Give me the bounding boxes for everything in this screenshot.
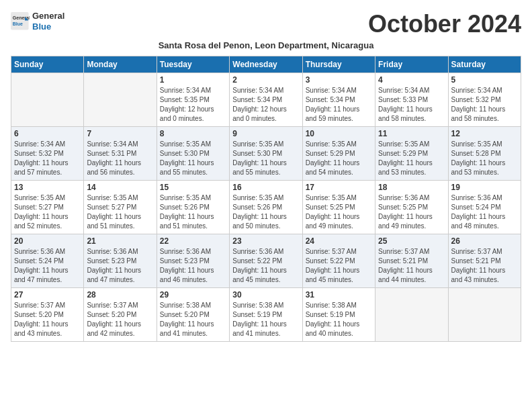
calendar-cell: [448, 287, 521, 341]
calendar-cell: 13Sunrise: 5:35 AM Sunset: 5:27 PM Dayli…: [11, 180, 84, 234]
logo-general: General: [32, 11, 64, 21]
day-number: 19: [451, 183, 518, 192]
header-cell-sunday: Sunday: [11, 56, 84, 73]
day-number: 27: [14, 290, 81, 300]
calendar-cell: [84, 73, 157, 126]
day-info: Sunrise: 5:35 AM Sunset: 5:26 PM Dayligh…: [160, 193, 226, 231]
week-row-1: 1Sunrise: 5:34 AM Sunset: 5:35 PM Daylig…: [11, 73, 521, 126]
calendar-cell: 29Sunrise: 5:38 AM Sunset: 5:20 PM Dayli…: [157, 287, 229, 341]
day-info: Sunrise: 5:36 AM Sunset: 5:23 PM Dayligh…: [160, 247, 226, 285]
day-info: Sunrise: 5:38 AM Sunset: 5:20 PM Dayligh…: [160, 301, 226, 338]
header-cell-monday: Monday: [84, 56, 157, 73]
day-number: 30: [232, 290, 299, 300]
header-cell-thursday: Thursday: [302, 56, 375, 73]
day-number: 5: [451, 75, 518, 85]
header-cell-friday: Friday: [375, 56, 448, 73]
day-number: 6: [14, 129, 81, 138]
day-info: Sunrise: 5:37 AM Sunset: 5:21 PM Dayligh…: [451, 247, 518, 285]
day-info: Sunrise: 5:36 AM Sunset: 5:24 PM Dayligh…: [14, 247, 81, 285]
calendar-cell: 23Sunrise: 5:36 AM Sunset: 5:22 PM Dayli…: [230, 234, 302, 287]
day-info: Sunrise: 5:34 AM Sunset: 5:34 PM Dayligh…: [306, 86, 372, 124]
day-info: Sunrise: 5:34 AM Sunset: 5:32 PM Dayligh…: [451, 86, 518, 124]
day-number: 17: [306, 183, 372, 192]
day-info: Sunrise: 5:34 AM Sunset: 5:31 PM Dayligh…: [87, 140, 153, 177]
calendar-cell: 30Sunrise: 5:38 AM Sunset: 5:19 PM Dayli…: [230, 287, 302, 341]
day-number: 20: [14, 236, 81, 246]
calendar-cell: 26Sunrise: 5:37 AM Sunset: 5:21 PM Dayli…: [448, 234, 521, 287]
day-info: Sunrise: 5:34 AM Sunset: 5:34 PM Dayligh…: [232, 86, 299, 124]
day-info: Sunrise: 5:37 AM Sunset: 5:22 PM Dayligh…: [306, 247, 372, 285]
day-info: Sunrise: 5:35 AM Sunset: 5:27 PM Dayligh…: [87, 193, 153, 231]
header-cell-tuesday: Tuesday: [157, 56, 229, 73]
day-number: 23: [232, 236, 299, 246]
calendar-cell: 7Sunrise: 5:34 AM Sunset: 5:31 PM Daylig…: [84, 126, 157, 180]
week-row-5: 27Sunrise: 5:37 AM Sunset: 5:20 PM Dayli…: [11, 287, 521, 341]
calendar-cell: 9Sunrise: 5:35 AM Sunset: 5:30 PM Daylig…: [230, 126, 302, 180]
calendar-cell: 16Sunrise: 5:35 AM Sunset: 5:26 PM Dayli…: [230, 180, 302, 234]
calendar-cell: 27Sunrise: 5:37 AM Sunset: 5:20 PM Dayli…: [11, 287, 84, 341]
logo: General Blue General Blue: [11, 11, 64, 32]
month-title: October 2024: [368, 11, 521, 38]
day-number: 1: [160, 75, 226, 85]
calendar-cell: [11, 73, 84, 126]
svg-text:Blue: Blue: [13, 21, 23, 26]
day-number: 7: [87, 129, 153, 138]
day-info: Sunrise: 5:36 AM Sunset: 5:22 PM Dayligh…: [232, 247, 299, 285]
calendar-cell: 12Sunrise: 5:35 AM Sunset: 5:28 PM Dayli…: [448, 126, 521, 180]
header-cell-wednesday: Wednesday: [230, 56, 302, 73]
day-number: 4: [378, 75, 445, 85]
day-number: 18: [378, 183, 445, 192]
day-info: Sunrise: 5:34 AM Sunset: 5:32 PM Dayligh…: [14, 140, 81, 177]
calendar-cell: 8Sunrise: 5:35 AM Sunset: 5:30 PM Daylig…: [157, 126, 229, 180]
day-number: 21: [87, 236, 153, 246]
day-number: 2: [232, 75, 299, 85]
week-row-2: 6Sunrise: 5:34 AM Sunset: 5:32 PM Daylig…: [11, 126, 521, 180]
calendar-cell: 21Sunrise: 5:36 AM Sunset: 5:23 PM Dayli…: [84, 234, 157, 287]
subtitle: Santa Rosa del Penon, Leon Department, N…: [11, 40, 521, 50]
day-number: 3: [306, 75, 372, 85]
calendar-cell: 15Sunrise: 5:35 AM Sunset: 5:26 PM Dayli…: [157, 180, 229, 234]
week-row-4: 20Sunrise: 5:36 AM Sunset: 5:24 PM Dayli…: [11, 234, 521, 287]
day-info: Sunrise: 5:37 AM Sunset: 5:20 PM Dayligh…: [87, 301, 153, 338]
day-info: Sunrise: 5:36 AM Sunset: 5:24 PM Dayligh…: [451, 193, 518, 231]
day-info: Sunrise: 5:34 AM Sunset: 5:35 PM Dayligh…: [160, 86, 226, 124]
day-number: 25: [378, 236, 445, 246]
calendar-cell: 6Sunrise: 5:34 AM Sunset: 5:32 PM Daylig…: [11, 126, 84, 180]
day-number: 26: [451, 236, 518, 246]
header-cell-saturday: Saturday: [448, 56, 521, 73]
logo-blue: Blue: [32, 21, 64, 32]
week-row-3: 13Sunrise: 5:35 AM Sunset: 5:27 PM Dayli…: [11, 180, 521, 234]
header-row: SundayMondayTuesdayWednesdayThursdayFrid…: [11, 56, 521, 73]
day-number: 10: [306, 129, 372, 138]
day-info: Sunrise: 5:37 AM Sunset: 5:21 PM Dayligh…: [378, 247, 445, 285]
day-number: 11: [378, 129, 445, 138]
logo-icon: General Blue: [11, 12, 30, 31]
calendar-cell: 28Sunrise: 5:37 AM Sunset: 5:20 PM Dayli…: [84, 287, 157, 341]
calendar-cell: 14Sunrise: 5:35 AM Sunset: 5:27 PM Dayli…: [84, 180, 157, 234]
day-number: 13: [14, 183, 81, 192]
calendar-cell: 20Sunrise: 5:36 AM Sunset: 5:24 PM Dayli…: [11, 234, 84, 287]
calendar-cell: 31Sunrise: 5:38 AM Sunset: 5:19 PM Dayli…: [302, 287, 375, 341]
day-info: Sunrise: 5:35 AM Sunset: 5:30 PM Dayligh…: [232, 140, 299, 177]
calendar-cell: 17Sunrise: 5:35 AM Sunset: 5:25 PM Dayli…: [302, 180, 375, 234]
day-number: 22: [160, 236, 226, 246]
calendar-cell: 1Sunrise: 5:34 AM Sunset: 5:35 PM Daylig…: [157, 73, 229, 126]
calendar-cell: 4Sunrise: 5:34 AM Sunset: 5:33 PM Daylig…: [375, 73, 448, 126]
calendar-cell: 25Sunrise: 5:37 AM Sunset: 5:21 PM Dayli…: [375, 234, 448, 287]
day-info: Sunrise: 5:36 AM Sunset: 5:25 PM Dayligh…: [378, 193, 445, 231]
day-number: 12: [451, 129, 518, 138]
calendar-cell: 18Sunrise: 5:36 AM Sunset: 5:25 PM Dayli…: [375, 180, 448, 234]
title-section: October 2024: [368, 11, 521, 38]
page-header: General Blue General Blue October 2024: [11, 11, 521, 38]
day-number: 31: [306, 290, 372, 300]
day-info: Sunrise: 5:35 AM Sunset: 5:30 PM Dayligh…: [160, 140, 226, 177]
day-info: Sunrise: 5:35 AM Sunset: 5:27 PM Dayligh…: [14, 193, 81, 231]
day-number: 28: [87, 290, 153, 300]
calendar-cell: [375, 287, 448, 341]
calendar-cell: 10Sunrise: 5:35 AM Sunset: 5:29 PM Dayli…: [302, 126, 375, 180]
day-info: Sunrise: 5:35 AM Sunset: 5:29 PM Dayligh…: [306, 140, 372, 177]
day-number: 15: [160, 183, 226, 192]
calendar-cell: 22Sunrise: 5:36 AM Sunset: 5:23 PM Dayli…: [157, 234, 229, 287]
day-info: Sunrise: 5:38 AM Sunset: 5:19 PM Dayligh…: [232, 301, 299, 338]
day-info: Sunrise: 5:38 AM Sunset: 5:19 PM Dayligh…: [306, 301, 372, 338]
